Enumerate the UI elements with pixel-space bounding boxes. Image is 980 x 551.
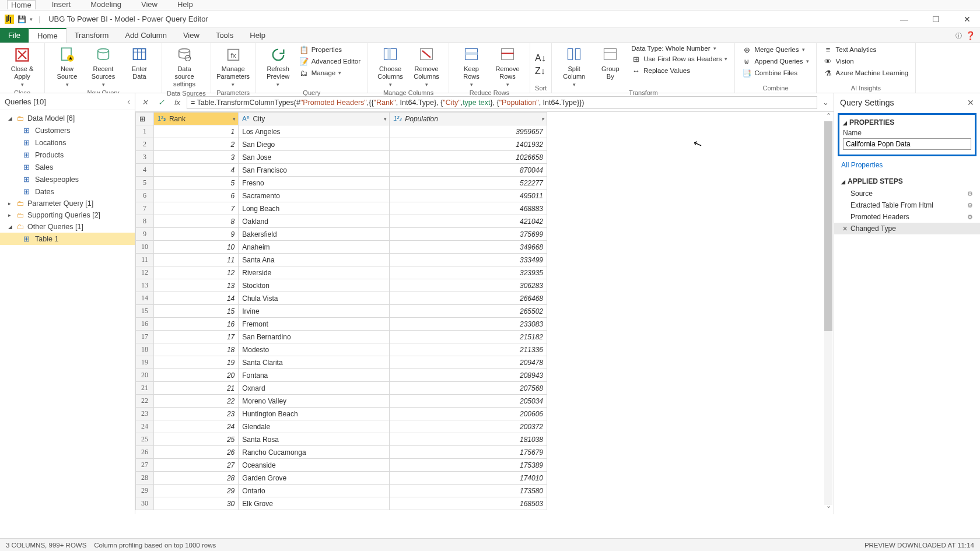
all-properties-link[interactable]: All Properties (834, 157, 980, 173)
outer-insert-tab[interactable]: Insert (48, 0, 75, 9)
tree-table-item[interactable]: ⊞Table 1 (0, 233, 135, 245)
step-gear-icon[interactable]: ⚙ (967, 190, 973, 198)
table-row[interactable]: 22San Diego1401932 (136, 138, 547, 151)
table-row[interactable]: 1313Stockton306283 (136, 279, 547, 292)
qat-dropdown-icon[interactable]: ▾ (30, 16, 33, 22)
replace-values-button[interactable]: ↔Replace Values (629, 65, 730, 76)
table-row[interactable]: 2828Garden Grove174010 (136, 472, 547, 485)
table-row[interactable]: 2929Ontario173580 (136, 485, 547, 497)
tree-table-item[interactable]: ⊞Customers (0, 124, 135, 136)
tree-group[interactable]: ▸🗀Supporting Queries [2] (0, 209, 135, 221)
choose-columns-button[interactable]: Choose Columns (373, 44, 408, 89)
delete-step-icon[interactable]: ✕ (842, 225, 848, 233)
data-source-settings-button[interactable]: Data source settings (167, 44, 202, 90)
keep-rows-button[interactable]: Keep Rows (454, 44, 489, 89)
outer-view-tab[interactable]: View (138, 0, 161, 9)
advanced-editor-button[interactable]: 📝Advanced Editor (297, 56, 363, 66)
column-header-rank[interactable]: 1²₃Rank▾ (154, 113, 239, 125)
help-tab[interactable]: Help (242, 28, 274, 43)
view-tab[interactable]: View (175, 28, 208, 43)
help-circle-icon[interactable]: ❓ (965, 31, 975, 40)
tree-group[interactable]: ◢🗀Data Model [6] (0, 113, 135, 124)
use-first-row-headers-button[interactable]: ⊞Use First Row as Headers (629, 54, 730, 64)
table-row[interactable]: 1212Riverside323935 (136, 266, 547, 279)
refresh-preview-button[interactable]: Refresh Preview (261, 44, 296, 89)
table-row[interactable]: 2424Glendale200372 (136, 420, 547, 433)
outer-help-tab[interactable]: Help (174, 0, 197, 9)
column-header-city[interactable]: AᴮCity▾ (239, 113, 390, 125)
expand-formula-icon[interactable]: ⌄ (820, 98, 831, 107)
outer-home-tab[interactable]: Home (7, 0, 36, 9)
transform-tab[interactable]: Transform (66, 28, 117, 43)
filter-icon[interactable]: ▾ (541, 116, 544, 122)
data-type-button[interactable]: Data Type: Whole Number (629, 44, 730, 52)
commit-formula-icon[interactable]: ✓ (154, 96, 168, 110)
remove-columns-button[interactable]: Remove Columns (409, 44, 444, 89)
table-row[interactable]: 1717San Bernardino215182 (136, 331, 547, 343)
scroll-down-icon[interactable]: ˅ (827, 505, 831, 514)
tree-group[interactable]: ▸🗀Parameter Query [1] (0, 198, 135, 209)
table-row[interactable]: 11Los Angeles3959657 (136, 125, 547, 138)
data-grid[interactable]: ⊞ 1²₃Rank▾ AᴮCity▾ 1²₃Population▾ 11Los … (135, 112, 834, 514)
applied-step[interactable]: ✕Changed Type (834, 223, 980, 234)
applied-step[interactable]: Extracted Table From Html⚙ (834, 199, 980, 211)
sort-desc-icon[interactable]: Z↓ (535, 66, 545, 76)
table-row[interactable]: 88Oakland421042 (136, 215, 547, 228)
table-row[interactable]: 1818Modesto211336 (136, 343, 547, 356)
vertical-scrollbar[interactable]: ˄ ˅ (823, 112, 834, 514)
step-gear-icon[interactable]: ⚙ (967, 202, 973, 209)
table-row[interactable]: 2727Oceanside175389 (136, 459, 547, 472)
table-row[interactable]: 55Fresno522277 (136, 177, 547, 189)
file-tab[interactable]: File (0, 28, 29, 43)
applied-step[interactable]: Source⚙ (834, 188, 980, 199)
ribbon-chevron-icon[interactable]: ⓘ (956, 31, 962, 40)
manage-button[interactable]: 🗂Manage (297, 68, 363, 78)
vision-button[interactable]: 👁Vision (821, 56, 911, 66)
column-header-population[interactable]: 1²₃Population▾ (390, 113, 547, 125)
recent-sources-button[interactable]: Recent Sources (86, 44, 121, 89)
table-row[interactable]: 33San Jose1026658 (136, 151, 547, 164)
collapse-queries-icon[interactable]: ‹ (127, 97, 130, 106)
close-settings-icon[interactable]: ✕ (967, 98, 974, 107)
text-analytics-button[interactable]: ≡Text Analytics (821, 44, 911, 55)
tree-group[interactable]: ◢🗀Other Queries [1] (0, 221, 135, 233)
formula-input[interactable]: = Table.TransformColumnTypes(#"Promoted … (187, 96, 817, 109)
merge-queries-button[interactable]: ⊕Merge Queries (740, 44, 811, 55)
manage-parameters-button[interactable]: fxManage Parameters (216, 44, 251, 89)
table-row[interactable]: 2222Moreno Valley205034 (136, 395, 547, 408)
filter-icon[interactable]: ▾ (384, 116, 387, 122)
split-column-button[interactable]: Split Column (556, 44, 592, 89)
remove-rows-button[interactable]: Remove Rows (490, 44, 525, 89)
close-apply-button[interactable]: Close & Apply (5, 44, 40, 89)
azure-ml-button[interactable]: ⚗Azure Machine Learning (821, 68, 911, 78)
step-gear-icon[interactable]: ⚙ (967, 213, 973, 221)
query-name-input[interactable] (843, 138, 971, 150)
home-tab[interactable]: Home (29, 28, 66, 43)
table-row[interactable]: 1111Santa Ana333499 (136, 254, 547, 266)
table-row[interactable]: 3030Elk Grove168503 (136, 497, 547, 510)
table-row[interactable]: 66Sacramento495011 (136, 189, 547, 202)
grid-corner-icon[interactable]: ⊞ (136, 113, 154, 125)
table-row[interactable]: 1414Chula Vista266468 (136, 292, 547, 305)
table-row[interactable]: 2121Oxnard207568 (136, 382, 547, 395)
tree-table-item[interactable]: ⊞Locations (0, 136, 135, 149)
tree-table-item[interactable]: ⊞Salespeoples (0, 173, 135, 185)
table-row[interactable]: 2323Huntington Beach200606 (136, 408, 547, 420)
maximize-button[interactable]: ☐ (925, 11, 946, 27)
tree-table-item[interactable]: ⊞Products (0, 149, 135, 161)
append-queries-button[interactable]: ⊎Append Queries (740, 56, 811, 66)
filter-icon[interactable]: ▾ (233, 116, 236, 122)
table-row[interactable]: 2626Rancho Cucamonga175679 (136, 446, 547, 459)
add-column-tab[interactable]: Add Column (117, 28, 175, 43)
table-row[interactable]: 1515Irvine265502 (136, 305, 547, 318)
table-row[interactable]: 44San Francisco870044 (136, 164, 547, 177)
group-by-button[interactable]: Group By (593, 44, 628, 82)
table-row[interactable]: 99Bakersfield375699 (136, 228, 547, 241)
tree-table-item[interactable]: ⊞Dates (0, 185, 135, 198)
minimize-button[interactable]: — (894, 11, 915, 27)
table-row[interactable]: 2525Santa Rosa181038 (136, 433, 547, 446)
table-row[interactable]: 1919Santa Clarita209478 (136, 356, 547, 369)
cancel-formula-icon[interactable]: ✕ (138, 96, 152, 110)
tree-table-item[interactable]: ⊞Sales (0, 161, 135, 173)
fx-icon[interactable]: fx (170, 96, 184, 110)
